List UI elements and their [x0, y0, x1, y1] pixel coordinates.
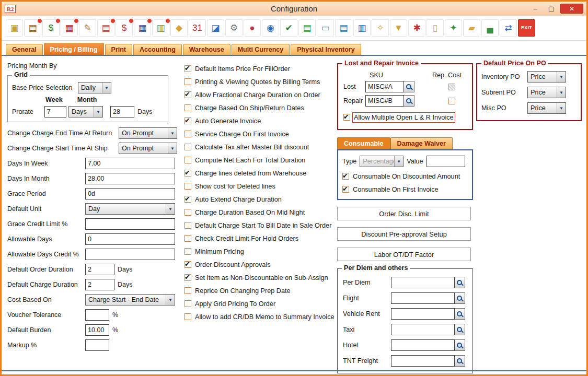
per-diem-input[interactable]: [391, 339, 455, 351]
price-list-icon[interactable]: $: [116, 19, 133, 37]
checkbox[interactable]: [185, 78, 191, 85]
lost-sku-input[interactable]: MISC#A: [365, 81, 404, 92]
checkbox[interactable]: [185, 91, 191, 98]
option-checkbox-row[interactable]: Check Credit Limit For Hold Orders: [185, 232, 335, 245]
field-input[interactable]: 28.00: [85, 173, 175, 184]
close-button[interactable]: ✕: [560, 4, 583, 14]
option-checkbox-row[interactable]: Minimum Pricing: [185, 245, 335, 258]
rate-grid-icon[interactable]: ▦: [134, 19, 151, 37]
per-diem-input[interactable]: [391, 292, 455, 304]
option-checkbox-row[interactable]: Auto Extend Charge Duration: [185, 193, 335, 206]
currency-exchange-icon[interactable]: $: [42, 19, 60, 37]
option-checkbox-row[interactable]: Allow to add CR/DB Memo to Summary Invoi…: [185, 310, 335, 323]
field-dropdown[interactable]: On Prompt ▼: [119, 143, 177, 154]
prorate-week-input[interactable]: 7: [44, 106, 66, 118]
per-diem-search-button[interactable]: [455, 277, 465, 288]
field-dropdown[interactable]: Day ▼: [85, 203, 175, 215]
option-checkbox-row[interactable]: Order Discount Approvals: [185, 258, 335, 271]
option-checkbox-row[interactable]: Printing & Viewing Quotes by Billing Ter…: [185, 75, 335, 88]
field-input[interactable]: 10.00: [85, 324, 109, 336]
checkbox[interactable]: [185, 118, 191, 124]
tab-consumable[interactable]: Consumable: [337, 137, 390, 149]
tab-print[interactable]: Print: [105, 44, 132, 55]
lost-sku-search-button[interactable]: [404, 81, 414, 92]
per-diem-input[interactable]: [391, 308, 455, 320]
checkbox[interactable]: [185, 183, 191, 190]
field-input[interactable]: [85, 249, 175, 260]
checkbox[interactable]: [343, 114, 350, 121]
checkbox[interactable]: [185, 287, 191, 294]
field-input[interactable]: [85, 309, 109, 321]
repair-rep-cost-checkbox[interactable]: [448, 98, 455, 104]
tab-damage-waiver[interactable]: Damage Waiver: [390, 137, 453, 149]
per-diem-search-button[interactable]: [455, 339, 465, 351]
cherries-icon[interactable]: ●: [244, 19, 261, 37]
report-chart-icon[interactable]: ◪: [207, 19, 224, 37]
per-diem-search-button[interactable]: [455, 355, 465, 367]
option-checkbox-row[interactable]: Charge Based On Ship/Return Dates: [185, 101, 335, 114]
prorate-unit-dropdown[interactable]: Days ▼: [68, 106, 103, 118]
tab-accounting[interactable]: Accounting: [133, 44, 182, 55]
po-price-dropdown[interactable]: Price ▼: [527, 102, 566, 114]
option-checkbox-row[interactable]: Apply Grid Pricing To Order: [185, 297, 335, 310]
gold-key-icon[interactable]: ✧: [372, 19, 389, 37]
chevron-down-icon[interactable]: ▼: [557, 87, 566, 98]
chevron-down-icon[interactable]: ▼: [168, 143, 177, 154]
walking-person-icon[interactable]: ✦: [445, 19, 462, 37]
option-checkbox-row[interactable]: Service Charge On First Invoice: [185, 127, 335, 140]
settings-gears-icon[interactable]: ⚙: [225, 19, 243, 37]
checkbox[interactable]: [342, 173, 349, 180]
option-checkbox-row[interactable]: Charge Duration Based On Mid Night: [185, 206, 335, 219]
checkbox[interactable]: [185, 196, 191, 203]
option-checkbox-row[interactable]: Calculate Tax after Master Bill discount: [185, 140, 335, 154]
globe-search-icon[interactable]: ◉: [262, 19, 279, 37]
option-checkbox-row[interactable]: Default Charge Start To Bill Date in Sal…: [185, 219, 335, 232]
option-checkbox-row[interactable]: Consumable On First Invoice: [342, 183, 468, 196]
exit-icon[interactable]: EXIT: [518, 19, 535, 37]
approve-check-icon[interactable]: ✔: [280, 19, 297, 37]
allow-multiple-lr-invoice-checkbox-row[interactable]: Allow Multiple Open L & R Invoice: [343, 111, 467, 124]
checkbox[interactable]: [342, 186, 349, 193]
field-dropdown[interactable]: Charge Start - End Date ▼: [85, 294, 175, 306]
export-transfer-icon[interactable]: ⇄: [500, 19, 517, 37]
database-gear-icon[interactable]: ▄: [481, 19, 499, 37]
repair-sku-search-button[interactable]: [404, 95, 414, 107]
order-calculator-icon[interactable]: ▤: [24, 19, 41, 37]
field-input[interactable]: 0d: [85, 188, 175, 199]
checkbox[interactable]: [185, 65, 191, 72]
checkbox[interactable]: [185, 313, 191, 320]
field-dropdown[interactable]: On Prompt ▼: [119, 127, 177, 139]
calendar-31-icon[interactable]: 31: [189, 19, 206, 37]
document-lines-icon[interactable]: ▤: [335, 19, 352, 37]
checkbox[interactable]: [185, 222, 191, 229]
ledger-book-icon[interactable]: ▤: [97, 19, 114, 37]
billing-calendar-icon[interactable]: ▦: [61, 19, 78, 37]
notes-pad-icon[interactable]: ▥: [152, 19, 169, 37]
consumable-value-input[interactable]: [426, 156, 465, 167]
checkbox[interactable]: [185, 209, 191, 216]
order-disc-limit-button[interactable]: Order Disc. Limit: [337, 207, 471, 220]
option-checkbox-row[interactable]: Reprice On Changing Prep Date: [185, 284, 335, 297]
per-diem-input[interactable]: [391, 277, 455, 288]
checkbox[interactable]: [185, 131, 191, 137]
chevron-down-icon[interactable]: ▼: [557, 103, 566, 113]
labor-ot-dt-factor-button[interactable]: Labor OT/DT Factor: [337, 248, 471, 261]
id-card-icon[interactable]: ▭: [317, 19, 334, 37]
field-input[interactable]: 7.00: [85, 158, 175, 169]
option-checkbox-row[interactable]: Show cost for Deleted lines: [185, 180, 335, 193]
chevron-down-icon[interactable]: ▼: [166, 295, 175, 305]
field-input[interactable]: [85, 218, 175, 230]
per-diem-search-button[interactable]: [455, 324, 465, 335]
per-diem-input[interactable]: [391, 324, 455, 335]
chevron-down-icon[interactable]: ▼: [557, 72, 566, 82]
option-checkbox-row[interactable]: Set Item as Non-Discountable on Sub-Assi…: [185, 271, 335, 284]
edit-order-icon[interactable]: ✎: [79, 19, 96, 37]
chevron-down-icon[interactable]: ▼: [168, 128, 177, 138]
folder-gear-icon[interactable]: ▰: [463, 19, 480, 37]
tab-physical-inventory[interactable]: Physical Inventory: [291, 44, 361, 55]
chevron-down-icon[interactable]: ▼: [94, 107, 102, 117]
checkbox[interactable]: [185, 235, 191, 242]
checkbox[interactable]: [185, 104, 191, 111]
checkbox[interactable]: [185, 248, 191, 255]
option-checkbox-row[interactable]: Charge lines deleted from Warehouse: [185, 167, 335, 180]
